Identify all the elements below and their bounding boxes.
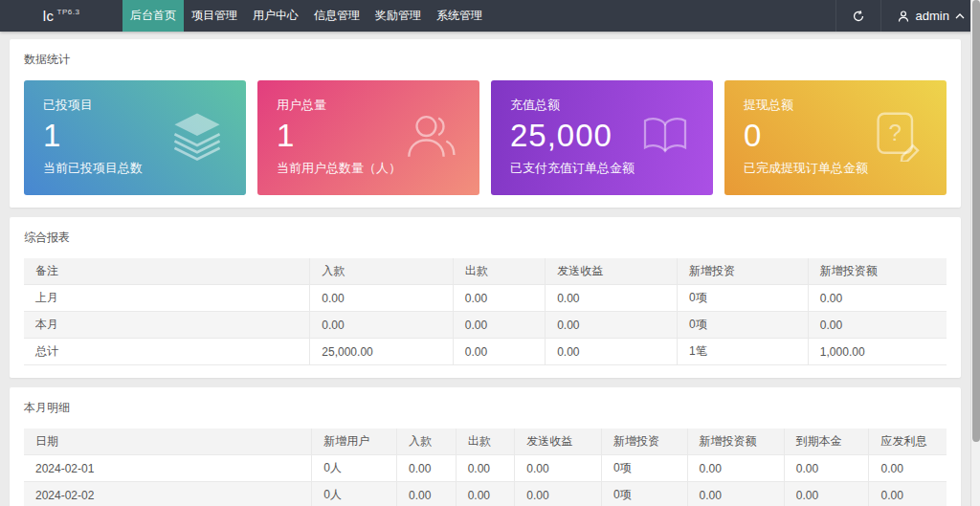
stat-card-users: 用户总量 1 当前用户总数量（人） (257, 80, 479, 195)
stat-card-withdraw: 提现总额 0 已完成提现订单总金额 ? (724, 80, 947, 195)
scrollbar-thumb[interactable] (972, 0, 980, 442)
summary-panel: 综合报表 备注 入款 出款 发送收益 新增投资 新增投资额 上月 0.00 0.… (10, 217, 961, 378)
stats-panel-title: 数据统计 (24, 52, 947, 68)
nav-item-dashboard[interactable]: 后台首页 (122, 0, 184, 32)
cell: 0.00 (808, 312, 947, 339)
col-header: 发送收益 (546, 258, 678, 285)
col-header: 出款 (453, 258, 545, 285)
table-header-row: 备注 入款 出款 发送收益 新增投资 新增投资额 (24, 258, 947, 285)
cell: 0人 (312, 482, 397, 506)
col-header: 新增投资额 (808, 258, 947, 285)
summary-panel-title: 综合报表 (24, 230, 947, 246)
cell: 0.00 (546, 285, 678, 312)
cell: 1笔 (677, 339, 808, 365)
cell: 2024-02-02 (24, 482, 312, 506)
cell: 0.00 (869, 455, 947, 482)
main-menu: 后台首页 项目管理 用户中心 信息管理 奖励管理 系统管理 (122, 0, 490, 32)
nav-item-projects[interactable]: 项目管理 (184, 0, 245, 32)
svg-text:?: ? (889, 120, 902, 145)
cell: 0.00 (310, 312, 453, 339)
cell: 0.00 (310, 285, 453, 312)
cell: 0.00 (515, 455, 602, 482)
col-header: 备注 (24, 258, 310, 285)
top-navbar: lc TP6.3 后台首页 项目管理 用户中心 信息管理 奖励管理 系统管理 (0, 0, 980, 32)
cell: 0.00 (453, 285, 545, 312)
chevron-up-icon (955, 13, 965, 19)
col-header: 发送收益 (515, 429, 602, 455)
cell: 0.00 (453, 312, 545, 339)
col-header: 新增投资 (677, 258, 808, 285)
cell: 0.00 (546, 312, 678, 339)
cell: 0.00 (456, 455, 515, 482)
cell: 0项 (601, 482, 687, 506)
stat-card-recharge: 充值总额 25,000 已支付充值订单总金额 (491, 80, 713, 195)
cell: 0.00 (453, 339, 545, 365)
nav-item-users[interactable]: 用户中心 (245, 0, 306, 32)
col-header: 日期 (24, 429, 312, 455)
detail-panel-title: 本月明细 (24, 400, 947, 416)
user-icon (897, 10, 910, 23)
cell: 0.00 (396, 482, 456, 506)
users-icon (403, 110, 458, 165)
cell: 0.00 (456, 482, 515, 506)
cell: 1,000.00 (808, 339, 947, 365)
layers-icon (169, 110, 225, 165)
stat-card-projects: 已投项目 1 当前已投项目总数 (24, 80, 246, 195)
cell: 0.00 (687, 482, 784, 506)
table-row: 2024-02-01 0人 0.00 0.00 0.00 0项 0.00 0.0… (24, 455, 947, 482)
table-row: 总计 25,000.00 0.00 0.00 1笔 1,000.00 (24, 339, 947, 365)
table-row: 2024-02-02 0人 0.00 0.00 0.00 0项 0.00 0.0… (24, 482, 947, 506)
col-header: 新增投资 (601, 429, 687, 455)
logo-text: lc (43, 8, 55, 24)
cell: 25,000.00 (310, 339, 453, 365)
app-logo[interactable]: lc TP6.3 (0, 0, 122, 32)
cell: 0.00 (396, 455, 456, 482)
cell: 2024-02-01 (24, 455, 312, 482)
cell: 0项 (677, 285, 808, 312)
cell: 0项 (677, 312, 808, 339)
logo-version: TP6.3 (57, 8, 80, 16)
cell: 本月 (24, 312, 310, 339)
username-label: admin (916, 9, 949, 23)
cell: 0.00 (869, 482, 947, 506)
cell: 0.00 (784, 455, 869, 482)
book-icon (638, 112, 692, 164)
detail-table: 日期 新增用户 入款 出款 发送收益 新增投资 新增投资额 到期本金 应发利息 … (24, 429, 947, 506)
detail-panel: 本月明细 日期 新增用户 入款 出款 发送收益 新增投资 新增投资额 到期本金 … (10, 387, 961, 506)
cell: 总计 (24, 339, 310, 365)
stat-cards: 已投项目 1 当前已投项目总数 用户总量 1 当前用户总数量（人） (24, 80, 947, 195)
col-header: 新增投资额 (687, 429, 784, 455)
col-header: 入款 (310, 258, 453, 285)
refresh-button[interactable] (835, 0, 880, 32)
page-content: 数据统计 已投项目 1 当前已投项目总数 用户总量 1 当前用户 (10, 39, 961, 506)
table-row: 上月 0.00 0.00 0.00 0项 0.00 (24, 285, 947, 312)
cell: 0项 (601, 455, 687, 482)
table-header-row: 日期 新增用户 入款 出款 发送收益 新增投资 新增投资额 到期本金 应发利息 (24, 429, 947, 455)
col-header: 入款 (396, 429, 456, 455)
refresh-icon (852, 10, 865, 23)
col-header: 出款 (456, 429, 515, 455)
cell: 0.00 (515, 482, 602, 506)
user-menu-button[interactable]: admin (880, 0, 980, 32)
cell: 0人 (312, 455, 397, 482)
navbar-right: admin (835, 0, 980, 32)
stats-panel: 数据统计 已投项目 1 当前已投项目总数 用户总量 1 当前用户 (10, 39, 961, 208)
col-header: 新增用户 (312, 429, 397, 455)
cell: 0.00 (687, 455, 784, 482)
cell: 0.00 (546, 339, 678, 365)
nav-item-system[interactable]: 系统管理 (429, 0, 490, 32)
cell: 0.00 (808, 285, 947, 312)
cell: 上月 (24, 285, 310, 312)
table-row: 本月 0.00 0.00 0.00 0项 0.00 (24, 312, 947, 339)
col-header: 到期本金 (784, 429, 869, 455)
nav-item-rewards[interactable]: 奖励管理 (368, 0, 429, 32)
nav-item-info[interactable]: 信息管理 (306, 0, 368, 32)
summary-table: 备注 入款 出款 发送收益 新增投资 新增投资额 上月 0.00 0.00 0.… (24, 258, 947, 365)
vertical-scrollbar[interactable] (970, 0, 980, 506)
edit-note-icon: ? (872, 110, 925, 165)
cell: 0.00 (784, 482, 869, 506)
col-header: 应发利息 (869, 429, 947, 455)
